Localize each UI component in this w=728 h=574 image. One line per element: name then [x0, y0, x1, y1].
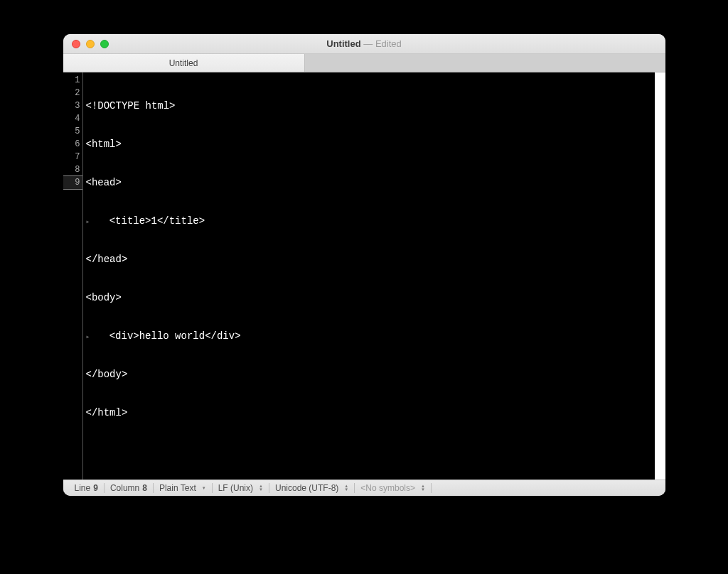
dropdown-arrows-icon: ▲▼ [259, 484, 263, 492]
line-number[interactable]: 7 [63, 151, 82, 163]
line-endings-selector[interactable]: LF (Unix) ▲▼ [213, 480, 269, 496]
status-separator [431, 483, 432, 493]
dropdown-arrows-icon: ▼ [202, 487, 206, 490]
traffic-lights [63, 40, 109, 48]
line-number[interactable]: 1 [63, 74, 82, 87]
symbols-label: <No symbols> [360, 483, 415, 493]
editor-area[interactable]: 1 2 3 4 5 6 7 8 9 <!DOCTYPE html> <html>… [63, 72, 665, 480]
vertical-scrollbar[interactable] [655, 72, 665, 480]
dropdown-arrows-icon: ▲▼ [344, 484, 348, 492]
titlebar[interactable]: Untitled — Edited [63, 34, 665, 54]
dropdown-arrows-icon: ▲▼ [421, 484, 425, 492]
code-line[interactable]: <html> [86, 138, 241, 151]
line-number[interactable]: 5 [63, 125, 82, 138]
line-number[interactable]: 2 [63, 87, 82, 99]
title-separator: — [361, 38, 375, 49]
status-line-value: 9 [93, 483, 98, 493]
code-line[interactable]: <!DOCTYPE html> [86, 99, 241, 112]
indent-guide-icon: ▸ [86, 331, 92, 344]
title-filename: Untitled [326, 38, 360, 49]
syntax-selector[interactable]: Plain Text ▼ [154, 480, 212, 496]
line-endings-label: LF (Unix) [218, 483, 253, 493]
line-number[interactable]: 4 [63, 112, 82, 125]
line-number[interactable]: 6 [63, 138, 82, 151]
code-line[interactable]: ▸ <div>hello world</div> [86, 330, 241, 342]
code-line[interactable]: <head> [86, 176, 241, 189]
status-line-label: Line [75, 483, 91, 493]
encoding-selector[interactable]: Unicode (UTF-8) ▲▼ [269, 480, 354, 496]
code-line[interactable]: <body> [86, 291, 241, 304]
symbols-selector[interactable]: <No symbols> ▲▼ [355, 480, 431, 496]
window-title: Untitled — Edited [63, 38, 665, 49]
code-content[interactable]: <!DOCTYPE html> <html> <head> ▸ <title>1… [83, 72, 241, 480]
code-line[interactable]: </html> [86, 406, 241, 419]
line-number[interactable]: 3 [63, 99, 82, 112]
tab-bar[interactable]: Untitled [63, 54, 665, 72]
tab-label: Untitled [169, 58, 198, 68]
editor-window: Untitled — Edited Untitled 1 2 3 4 5 6 7… [63, 34, 665, 496]
maximize-button[interactable] [100, 40, 109, 48]
status-column-label: Column [110, 483, 139, 493]
status-line-indicator[interactable]: Line 9 [69, 480, 104, 496]
line-number-gutter[interactable]: 1 2 3 4 5 6 7 8 9 [63, 72, 83, 480]
status-column-value: 8 [142, 483, 147, 493]
title-edited-status: Edited [375, 38, 402, 49]
tab-untitled[interactable]: Untitled [63, 54, 305, 72]
code-line[interactable]: </head> [86, 253, 241, 266]
line-number-current[interactable]: 9 [63, 176, 82, 189]
close-button[interactable] [72, 40, 80, 48]
code-line[interactable]: ▸ <title>1</title> [86, 215, 241, 227]
code-line[interactable]: </body> [86, 368, 241, 381]
encoding-label: Unicode (UTF-8) [275, 483, 338, 493]
syntax-label: Plain Text [159, 483, 196, 493]
line-number[interactable]: 8 [63, 163, 82, 176]
status-column-indicator[interactable]: Column 8 [105, 480, 153, 496]
status-bar: Line 9 Column 8 Plain Text ▼ LF (Unix) ▲… [63, 480, 665, 496]
minimize-button[interactable] [86, 40, 95, 48]
indent-guide-icon: ▸ [86, 216, 92, 229]
